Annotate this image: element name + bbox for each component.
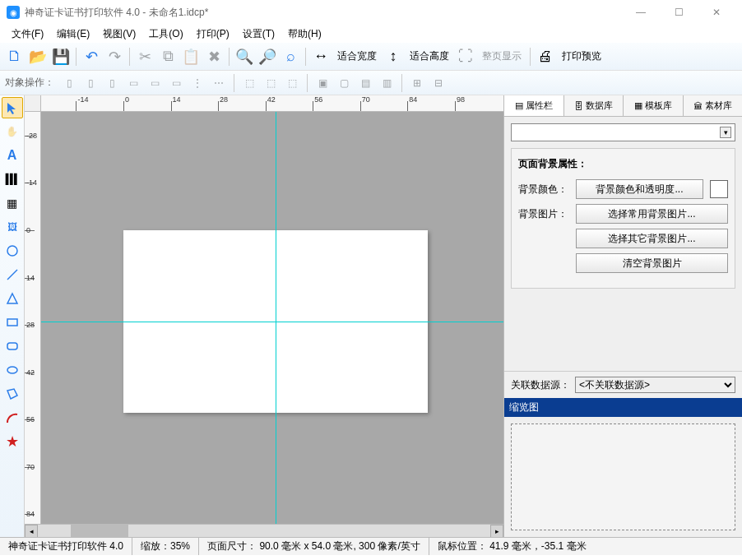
horizontal-ruler[interactable]: -14014284256708498 (41, 95, 503, 112)
status-mouse: 鼠标位置： 41.9 毫米，-35.1 毫米 (429, 538, 595, 555)
main-toolbar: 🗋 📂 💾 ↶ ↷ ✂ ⧉ 📋 ✖ 🔍 🔎 ⌕ ↔ 适合宽度 ↕ 适合高度 ⛶ … (0, 43, 742, 71)
new-button[interactable]: 🗋 (3, 45, 26, 68)
fit-width-button[interactable]: 适合宽度 (332, 49, 382, 63)
polygon-tool[interactable] (2, 383, 23, 405)
window-title: 神奇证卡证书打印软件 4.0 - 未命名1.idcp* (25, 6, 622, 20)
dropdown-arrow-icon: ▾ (720, 127, 731, 138)
bg-image-clear-button[interactable]: 清空背景图片 (576, 253, 728, 273)
cut-button[interactable]: ✂ (133, 45, 156, 68)
tab-materials[interactable]: 🏛素材库 (684, 95, 743, 116)
qrcode-tool[interactable]: ▦ (2, 192, 23, 214)
guide-horizontal[interactable] (41, 322, 503, 322)
menu-tools[interactable]: 工具(O) (142, 25, 189, 43)
scroll-right-button[interactable]: ▸ (490, 525, 503, 537)
menu-edit[interactable]: 编辑(E) (50, 25, 96, 43)
svg-rect-3 (7, 343, 17, 349)
paste-button[interactable]: 📋 (179, 45, 202, 68)
page-bg-fieldset: 页面背景属性： 背景颜色： 背景颜色和透明度... 背景图片： 选择常用背景图片… (511, 148, 735, 289)
image-tool[interactable]: 🖼 (2, 216, 23, 238)
preview-title: 缩览图 (504, 398, 742, 417)
bg-image-label: 背景图片： (518, 207, 569, 221)
whole-page-button[interactable]: 整页显示 (477, 49, 526, 63)
maximize-button[interactable]: ☐ (660, 0, 698, 25)
align-center-icon: ▯ (81, 73, 100, 93)
datasource-select[interactable]: <不关联数据源> (575, 377, 735, 393)
menu-settings[interactable]: 设置(T) (236, 25, 281, 43)
scroll-thumb[interactable] (71, 525, 128, 537)
fit-height-icon[interactable]: ↕ (382, 45, 405, 68)
tab-materials-label: 素材库 (705, 100, 732, 112)
align-bottom-icon: ▭ (166, 73, 186, 93)
guide-vertical[interactable] (276, 112, 276, 524)
delete-button[interactable]: ✖ (202, 45, 225, 68)
svg-rect-2 (7, 319, 17, 326)
save-button[interactable]: 💾 (49, 45, 72, 68)
print-preview-button[interactable]: 打印预览 (557, 49, 606, 63)
ruler-corner (25, 95, 41, 112)
whole-page-icon[interactable]: ⛶ (454, 45, 477, 68)
line-tool[interactable] (2, 264, 23, 285)
barcode-tool[interactable]: ▌▌▌ (2, 169, 23, 190)
send-back-icon: ▢ (334, 73, 354, 93)
open-button[interactable]: 📂 (26, 45, 49, 68)
star-tool[interactable]: ★ (2, 431, 23, 452)
rectangle-tool[interactable] (2, 312, 23, 333)
arc-tool[interactable] (2, 407, 23, 428)
text-tool[interactable]: A (2, 145, 23, 166)
zoom-reset-button[interactable]: ⌕ (279, 45, 302, 68)
titlebar: ◉ 神奇证卡证书打印软件 4.0 - 未命名1.idcp* — ☐ ✕ (0, 0, 742, 25)
canvas[interactable] (41, 112, 503, 524)
bg-color-swatch[interactable] (710, 180, 728, 198)
fit-height-button[interactable]: 适合高度 (405, 49, 454, 63)
bg-image-common-button[interactable]: 选择常用背景图片... (576, 204, 728, 224)
zoom-out-button[interactable]: 🔎 (256, 45, 279, 68)
template-icon: ▦ (634, 100, 642, 111)
copy-button[interactable]: ⧉ (156, 45, 179, 68)
vertical-ruler[interactable]: -28-140142842567084 (25, 112, 41, 524)
triangle-tool[interactable] (2, 288, 23, 309)
bg-color-label: 背景颜色： (518, 183, 569, 197)
database-icon: 🗄 (574, 101, 583, 111)
status-zoom: 缩放：35% (132, 538, 199, 555)
tab-database-label: 数据库 (586, 100, 613, 112)
menu-file[interactable]: 文件(F) (5, 25, 50, 43)
redo-button[interactable]: ↷ (103, 45, 126, 68)
tab-templates[interactable]: ▦模板库 (624, 95, 684, 116)
ellipse-tool[interactable] (2, 359, 23, 381)
close-button[interactable]: ✕ (698, 0, 735, 25)
tab-properties[interactable]: ▤属性栏 (504, 95, 564, 116)
print-preview-icon[interactable]: 🖨 (534, 45, 557, 68)
ruler-row: -14014284256708498 (25, 95, 503, 112)
app-icon: ◉ (7, 6, 20, 19)
fit-width-icon[interactable]: ↔ (309, 45, 332, 68)
undo-button[interactable]: ↶ (80, 45, 103, 68)
svg-point-0 (7, 246, 17, 256)
tab-database[interactable]: 🗄数据库 (564, 95, 624, 116)
properties-icon: ▤ (515, 100, 523, 111)
svg-line-1 (7, 270, 17, 280)
menu-print[interactable]: 打印(P) (190, 25, 236, 43)
zoom-in-button[interactable]: 🔍 (233, 45, 256, 68)
menu-view[interactable]: 视图(V) (96, 25, 142, 43)
preview-box (511, 423, 735, 530)
menu-help[interactable]: 帮助(H) (281, 25, 328, 43)
object-selector[interactable]: ▾ (511, 123, 735, 141)
same-width-icon: ⬚ (239, 73, 259, 93)
separator (305, 48, 306, 66)
hand-tool[interactable]: ✋ (2, 121, 23, 142)
scroll-left-button[interactable]: ◂ (25, 525, 38, 537)
canvas-row: -28-140142842567084 (25, 112, 503, 524)
bg-color-button[interactable]: 背景颜色和透明度... (576, 179, 703, 199)
dist-v-icon: ⋯ (209, 73, 229, 93)
bring-front-icon: ▣ (313, 73, 332, 93)
roundrect-tool[interactable] (2, 336, 23, 357)
same-size-icon: ⬚ (282, 73, 302, 93)
horizontal-scrollbar[interactable]: ◂ ▸ (25, 524, 503, 537)
materials-icon: 🏛 (693, 101, 703, 111)
circle-tool[interactable] (2, 240, 23, 261)
select-tool[interactable] (2, 97, 23, 118)
bg-image-other-button[interactable]: 选择其它背景图片... (576, 229, 728, 248)
align-top-icon: ▭ (123, 73, 143, 93)
minimize-button[interactable]: — (622, 0, 660, 25)
separator (129, 48, 130, 66)
